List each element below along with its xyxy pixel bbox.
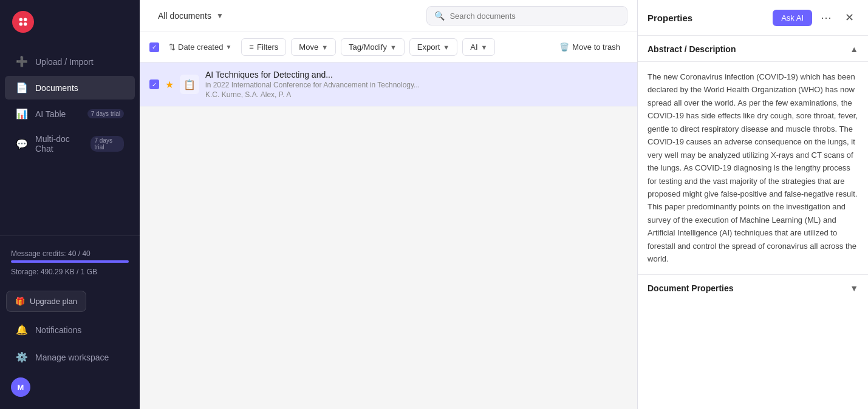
user-avatar[interactable]: M xyxy=(11,377,30,397)
credits-value: 40 / 40 xyxy=(68,249,91,258)
table-row[interactable]: ★ 📋 AI Techniques for Detecting and... i… xyxy=(140,63,637,107)
sidebar-item-multi-doc-chat[interactable]: 💬 Multi-doc Chat 7 days trial xyxy=(5,128,135,160)
document-icon: 📋 xyxy=(180,75,199,94)
search-box[interactable]: 🔍 xyxy=(426,6,627,25)
sort-icon: ⇅ xyxy=(169,42,176,52)
ask-ai-button[interactable]: Ask AI xyxy=(773,10,812,26)
all-docs-selector[interactable]: All documents ▼ xyxy=(149,6,232,25)
credits-bar xyxy=(11,260,129,263)
upgrade-icon: 🎁 xyxy=(15,297,25,306)
sort-by-date-button[interactable]: ⇅ Date created ▼ xyxy=(164,39,236,55)
sidebar-nav: ➕ Upload / Import 📄 Documents 📊 AI Table… xyxy=(0,44,140,235)
upload-icon: ➕ xyxy=(16,56,28,67)
export-button[interactable]: Export ▼ xyxy=(409,38,457,56)
select-all-checkbox[interactable] xyxy=(149,42,159,52)
search-icon: 🔍 xyxy=(434,11,445,21)
document-toolbar: ⇅ Date created ▼ ≡ Filters Move ▼ Tag/Mo… xyxy=(140,32,637,63)
multi-doc-chat-icon: 💬 xyxy=(16,138,28,150)
abstract-section-header[interactable]: Abstract / Description ▲ xyxy=(638,36,868,62)
tag-modify-button[interactable]: Tag/Modify ▼ xyxy=(341,38,405,56)
trash-icon: 🗑️ xyxy=(559,42,569,52)
filter-icon: ≡ xyxy=(249,42,254,52)
svg-point-2 xyxy=(19,22,22,25)
trash-label: Move to trash xyxy=(572,42,620,52)
move-button[interactable]: Move ▼ xyxy=(291,38,336,56)
more-icon: ⋯ xyxy=(821,11,832,24)
multi-doc-chat-badge: 7 days trial xyxy=(91,136,124,152)
storage-value: 490.29 KB / 1 GB xyxy=(41,268,97,276)
sidebar-item-documents[interactable]: 📄 Documents xyxy=(5,76,135,100)
sidebar-item-label: Upload / Import xyxy=(35,57,94,67)
sidebar: ➕ Upload / Import 📄 Documents 📊 AI Table… xyxy=(0,0,140,409)
sidebar-item-upload[interactable]: ➕ Upload / Import xyxy=(5,50,135,73)
sidebar-logo xyxy=(0,0,140,44)
content-area: All documents ▼ 🔍 ⇅ Date created ▼ ≡ Fil… xyxy=(140,0,637,409)
app-logo[interactable] xyxy=(12,11,34,33)
all-docs-label: All documents xyxy=(158,11,211,21)
credits-label: Message credits: 40 / 40 xyxy=(11,249,129,258)
documents-icon: 📄 xyxy=(16,82,28,93)
row-checkbox[interactable] xyxy=(149,79,159,89)
document-info: AI Techniques for Detecting and... in 20… xyxy=(205,70,627,99)
abstract-chevron-icon: ▲ xyxy=(850,44,858,54)
sidebar-item-label: Documents xyxy=(35,83,78,93)
document-source: in 2022 International Conference for Adv… xyxy=(205,81,627,89)
sidebar-bottom-actions: 🔔 Notifications ⚙️ Manage workspace xyxy=(0,314,140,373)
credits-bar-fill xyxy=(11,260,129,263)
ai-button[interactable]: AI ▼ xyxy=(462,38,495,56)
move-label: Move xyxy=(299,42,318,52)
panel-close-button[interactable]: ✕ xyxy=(840,8,858,27)
ai-table-icon: 📊 xyxy=(16,108,28,120)
doc-properties-section-header[interactable]: Document Properties ▼ xyxy=(638,275,868,300)
export-label: Export xyxy=(417,42,440,52)
svg-point-0 xyxy=(19,18,22,21)
panel-title: Properties xyxy=(648,13,768,23)
properties-panel: Properties Ask AI ⋯ ✕ Abstract / Descrip… xyxy=(637,0,868,409)
credits-section: Message credits: 40 / 40 Storage: 490.29… xyxy=(0,243,140,288)
document-title: AI Techniques for Detecting and... xyxy=(205,70,627,79)
tag-chevron-icon: ▼ xyxy=(390,44,397,51)
search-input[interactable] xyxy=(449,12,620,21)
sidebar-item-ai-table[interactable]: 📊 AI Table 7 days trial xyxy=(5,102,135,126)
upgrade-plan-button[interactable]: 🎁 Upgrade plan xyxy=(6,291,86,312)
top-bar: All documents ▼ 🔍 xyxy=(140,0,637,32)
ai-label: AI xyxy=(470,42,477,52)
svg-point-1 xyxy=(24,18,27,21)
document-list: ★ 📋 AI Techniques for Detecting and... i… xyxy=(140,63,637,409)
svg-point-3 xyxy=(24,22,27,25)
abstract-content: The new Coronavirus infection (COVID-19)… xyxy=(638,62,868,275)
move-to-trash-button[interactable]: 🗑️ Move to trash xyxy=(552,39,627,55)
filters-button[interactable]: ≡ Filters xyxy=(241,38,286,56)
sidebar-bottom: Message credits: 40 / 40 Storage: 490.29… xyxy=(0,235,140,409)
notifications-label: Notifications xyxy=(35,325,81,335)
star-icon[interactable]: ★ xyxy=(165,79,174,90)
abstract-section-title: Abstract / Description xyxy=(648,44,736,54)
sidebar-item-label: AI Table xyxy=(35,109,66,119)
document-authors: K.C. Kurne, S.A. Alex, P. A xyxy=(205,90,627,99)
notifications-icon: 🔔 xyxy=(16,324,28,336)
all-docs-chevron-icon: ▼ xyxy=(216,12,224,20)
sort-chevron-icon: ▼ xyxy=(225,44,231,50)
sidebar-item-notifications[interactable]: 🔔 Notifications xyxy=(5,318,135,342)
panel-more-button[interactable]: ⋯ xyxy=(817,8,835,27)
sort-label: Date created xyxy=(178,42,223,52)
tag-label: Tag/Modify xyxy=(349,42,387,52)
doc-properties-title: Document Properties xyxy=(648,283,734,293)
doc-properties-chevron-icon: ▼ xyxy=(850,283,858,293)
filters-label: Filters xyxy=(257,42,278,52)
sidebar-item-label: Multi-doc Chat xyxy=(35,134,83,154)
manage-workspace-label: Manage workspace xyxy=(35,353,109,362)
storage-label: Storage: 490.29 KB / 1 GB xyxy=(11,268,129,276)
panel-header: Properties Ask AI ⋯ ✕ xyxy=(638,0,868,36)
export-chevron-icon: ▼ xyxy=(443,44,449,51)
close-icon: ✕ xyxy=(845,11,854,24)
move-chevron-icon: ▼ xyxy=(321,44,328,51)
manage-workspace-icon: ⚙️ xyxy=(16,351,28,363)
ai-chevron-icon: ▼ xyxy=(481,44,488,51)
ai-table-badge: 7 days trial xyxy=(87,109,124,118)
logo-icon xyxy=(16,15,30,29)
sidebar-item-manage-workspace[interactable]: ⚙️ Manage workspace xyxy=(5,345,135,369)
upgrade-label: Upgrade plan xyxy=(30,297,77,306)
